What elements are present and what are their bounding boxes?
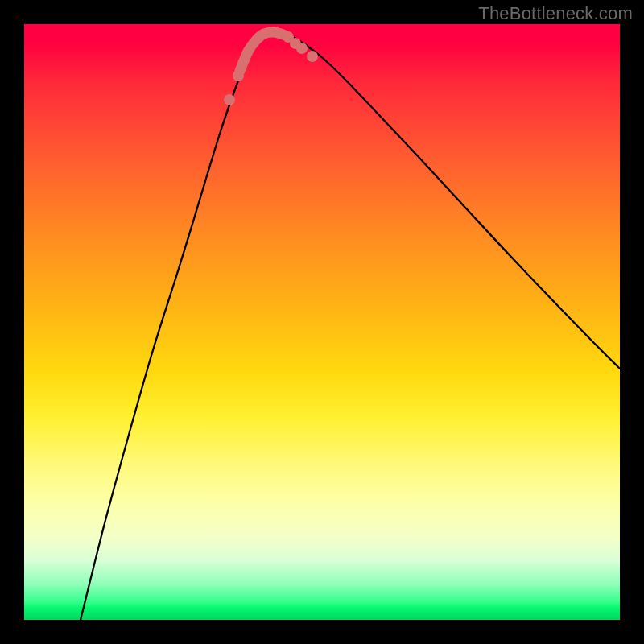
- plot-area: [24, 24, 620, 620]
- chart-frame: TheBottleneck.com: [0, 0, 644, 644]
- watermark-text: TheBottleneck.com: [478, 3, 633, 24]
- highlight-dot: [307, 51, 318, 62]
- highlight-dot: [224, 94, 235, 105]
- highlight-segment: [240, 32, 283, 71]
- bottleneck-curve: [80, 32, 620, 620]
- curve-svg: [24, 24, 620, 620]
- highlight-dot: [296, 43, 308, 54]
- highlight-dot: [233, 70, 244, 81]
